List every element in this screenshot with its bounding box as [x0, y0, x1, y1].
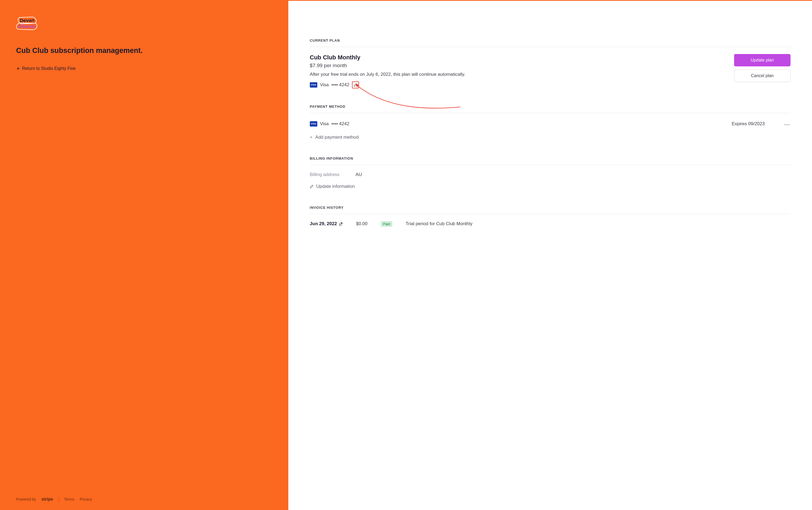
- update-billing-label: Update information: [316, 184, 355, 189]
- external-link-icon: [339, 222, 343, 226]
- pm-card-mask: •••• 4242: [331, 121, 349, 126]
- footer-divider: [59, 497, 59, 502]
- add-pm-label: Add payment method: [315, 135, 359, 140]
- plan-card-brand: Visa: [320, 82, 329, 88]
- invoice-section: INVOICE HISTORY Jun 29, 2022 $0.00 Paid …: [310, 205, 790, 227]
- invoice-date: Jun 29, 2022: [310, 221, 343, 227]
- payment-method-row: VISA Visa •••• 4242 Expires 09/2023: [310, 120, 790, 128]
- billing-address-value: AU: [355, 172, 362, 177]
- plan-note: After your free trial ends on July 6, 20…: [310, 71, 728, 78]
- svg-point-0: [785, 124, 785, 125]
- plan-price: $7.99 per month: [310, 63, 728, 68]
- billing-section: BILLING INFORMATION Billing address AU U…: [310, 157, 790, 190]
- plan-card-row: VISA Visa •••• 4242: [310, 81, 728, 88]
- pm-card-brand: Visa: [320, 121, 329, 126]
- invoice-heading: INVOICE HISTORY: [310, 205, 790, 209]
- invoice-description: Trial period for Cub Club Monthly: [406, 221, 473, 227]
- billing-address-row: Billing address AU: [310, 172, 790, 177]
- plan-card-mask: •••• 4242: [331, 82, 349, 88]
- plan-row: Cub Club Monthly $7.99 per month After y…: [310, 54, 790, 88]
- invoice-amount: $0.00: [356, 221, 368, 227]
- visa-badge-icon: VISA: [310, 82, 317, 88]
- payment-method-heading: PAYMENT METHOD: [310, 105, 790, 109]
- arrow-left-icon: [16, 67, 20, 70]
- visa-badge-icon: VISA: [310, 121, 317, 126]
- invoice-status-badge: Paid: [381, 221, 392, 227]
- return-link[interactable]: Return to Studio Eighty Five: [16, 66, 272, 71]
- add-payment-method-button[interactable]: + Add payment method: [310, 135, 359, 140]
- billing-address-label: Billing address: [310, 172, 340, 177]
- pencil-icon: [310, 185, 314, 188]
- payment-method-section: PAYMENT METHOD VISA Visa •••• 4242 Expir…: [310, 105, 790, 140]
- plan-name: Cub Club Monthly: [310, 54, 728, 61]
- more-horizontal-icon: [785, 124, 789, 125]
- page-title: Cub Club subscription management.: [16, 46, 272, 55]
- plus-icon: +: [310, 135, 313, 140]
- return-link-label: Return to Studio Eighty Five: [22, 66, 76, 71]
- update-plan-button[interactable]: Update plan: [734, 54, 790, 66]
- pencil-icon: [354, 83, 357, 87]
- sidebar-footer: Powered by stripe Terms Privacy: [16, 497, 272, 502]
- pm-expires: Expires 09/2023: [732, 121, 765, 126]
- logo-text-bottom: &Sarah: [18, 23, 35, 29]
- powered-by-label: Powered by: [16, 497, 36, 502]
- divider: [310, 214, 790, 214]
- stripe-logo[interactable]: stripe: [41, 497, 53, 502]
- invoice-row[interactable]: Jun 29, 2022 $0.00 Paid Trial period for…: [310, 221, 790, 227]
- privacy-link[interactable]: Privacy: [80, 497, 92, 502]
- invoice-date-text: Jun 29, 2022: [310, 221, 337, 227]
- svg-point-2: [788, 124, 789, 125]
- edit-payment-highlight: [352, 81, 359, 88]
- terms-link[interactable]: Terms: [64, 497, 75, 502]
- pm-more-button[interactable]: [784, 120, 790, 128]
- svg-point-1: [786, 124, 787, 125]
- divider: [310, 165, 790, 165]
- sidebar: Devan &Sarah Cub Club subscription manag…: [0, 1, 288, 510]
- logo: Devan &Sarah: [16, 16, 272, 31]
- plan-details: Cub Club Monthly $7.99 per month After y…: [310, 54, 728, 88]
- cancel-plan-button[interactable]: Cancel plan: [734, 69, 790, 82]
- edit-payment-button[interactable]: [354, 83, 357, 87]
- plan-actions: Update plan Cancel plan: [734, 54, 790, 82]
- update-billing-button[interactable]: Update information: [310, 184, 355, 189]
- billing-heading: BILLING INFORMATION: [310, 157, 790, 161]
- main-content: CURRENT PLAN Cub Club Monthly $7.99 per …: [288, 1, 812, 510]
- current-plan-heading: CURRENT PLAN: [310, 38, 790, 42]
